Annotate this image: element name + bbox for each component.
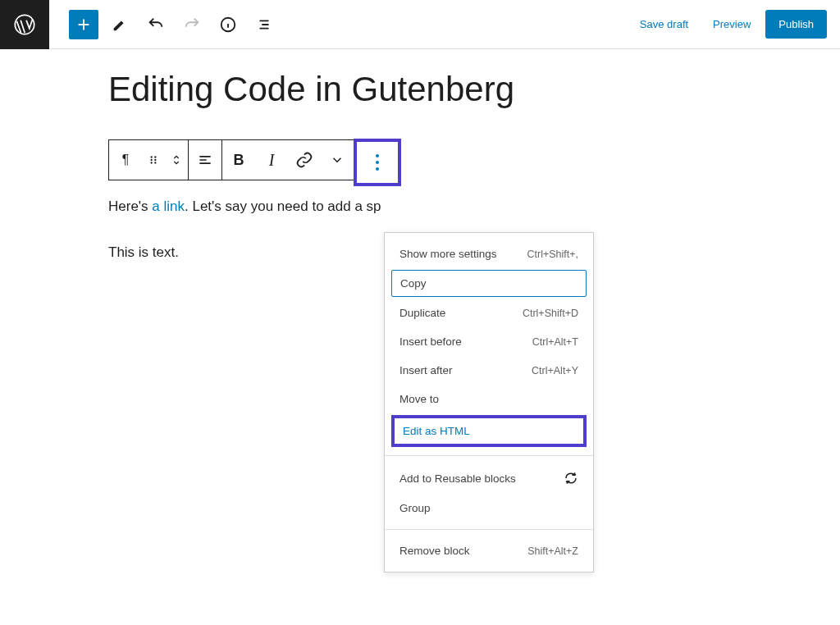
text: . Let's say you need to add a sp: [185, 198, 381, 214]
svg-point-4: [151, 159, 153, 161]
shortcut: Ctrl+Alt+T: [532, 336, 578, 348]
paragraph-icon[interactable]: ¶: [109, 141, 142, 179]
menu-label: Remove block: [399, 545, 470, 557]
menu-label: Insert after: [399, 364, 453, 376]
svg-point-6: [151, 162, 153, 164]
menu-label: Move to: [399, 393, 439, 405]
bold-button[interactable]: B: [222, 141, 255, 179]
menu-label: Group: [399, 502, 431, 514]
menu-label: Add to Reusable blocks: [399, 472, 516, 485]
menu-duplicate[interactable]: Duplicate Ctrl+Shift+D: [385, 299, 593, 327]
menu-show-more-settings[interactable]: Show more settings Ctrl+Shift+,: [385, 240, 593, 268]
content-link[interactable]: a link: [152, 198, 185, 214]
menu-label: Edit as HTML: [403, 425, 470, 437]
toolbar-left: [69, 10, 279, 39]
menu-copy[interactable]: Copy: [391, 270, 587, 297]
paragraph-block-1[interactable]: Here's a link. Let's say you need to add…: [108, 195, 623, 217]
menu-move-to[interactable]: Move to: [385, 385, 593, 413]
post-title[interactable]: Editing Code in Gutenberg: [108, 69, 623, 110]
svg-point-3: [154, 157, 156, 158]
menu-group[interactable]: Group: [385, 494, 593, 522]
link-button[interactable]: [288, 141, 321, 179]
info-icon[interactable]: [213, 10, 243, 39]
svg-point-5: [154, 159, 156, 161]
publish-button[interactable]: Publish: [765, 10, 827, 39]
refresh-icon: [564, 471, 578, 486]
svg-point-2: [151, 157, 153, 158]
more-options-button[interactable]: [354, 139, 401, 186]
menu-label: Insert before: [399, 335, 462, 348]
menu-label: Duplicate: [399, 307, 445, 319]
menu-label: Copy: [400, 277, 427, 290]
italic-button[interactable]: I: [255, 141, 288, 179]
shortcut: Ctrl+Shift+,: [527, 249, 578, 260]
block-toolbar: ¶ B I: [108, 139, 355, 180]
undo-icon[interactable]: [141, 10, 171, 39]
menu-label: Show more settings: [399, 248, 497, 260]
shortcut: Ctrl+Alt+Y: [532, 365, 578, 376]
more-vertical-icon: [376, 154, 379, 171]
outline-icon[interactable]: [249, 10, 279, 39]
menu-edit-as-html[interactable]: Edit as HTML: [391, 415, 587, 447]
chevron-down-icon[interactable]: [321, 141, 354, 179]
add-block-button[interactable]: [69, 10, 98, 39]
menu-remove-block[interactable]: Remove block Shift+Alt+Z: [385, 536, 593, 565]
top-toolbar: Save draft Preview Publish: [0, 0, 840, 49]
preview-button[interactable]: Preview: [703, 11, 760, 37]
shortcut: Ctrl+Shift+D: [523, 308, 578, 319]
align-icon[interactable]: [189, 141, 221, 179]
redo-icon: [177, 10, 207, 39]
svg-point-7: [154, 162, 156, 164]
editor-canvas: Editing Code in Gutenberg ¶ B I: [0, 49, 623, 263]
menu-insert-before[interactable]: Insert before Ctrl+Alt+T: [385, 327, 593, 356]
edit-icon[interactable]: [105, 10, 135, 39]
save-draft-button[interactable]: Save draft: [630, 11, 698, 37]
toolbar-right: Save draft Preview Publish: [630, 10, 827, 39]
wordpress-logo[interactable]: [0, 0, 49, 49]
menu-insert-after[interactable]: Insert after Ctrl+Alt+Y: [385, 356, 593, 385]
text: Here's: [108, 198, 152, 214]
menu-add-reusable[interactable]: Add to Reusable blocks: [385, 463, 593, 494]
move-arrows-icon[interactable]: [165, 141, 188, 179]
block-options-menu: Show more settings Ctrl+Shift+, Copy Dup…: [384, 232, 594, 573]
drag-handle-icon[interactable]: [142, 141, 165, 179]
shortcut: Shift+Alt+Z: [527, 545, 578, 557]
